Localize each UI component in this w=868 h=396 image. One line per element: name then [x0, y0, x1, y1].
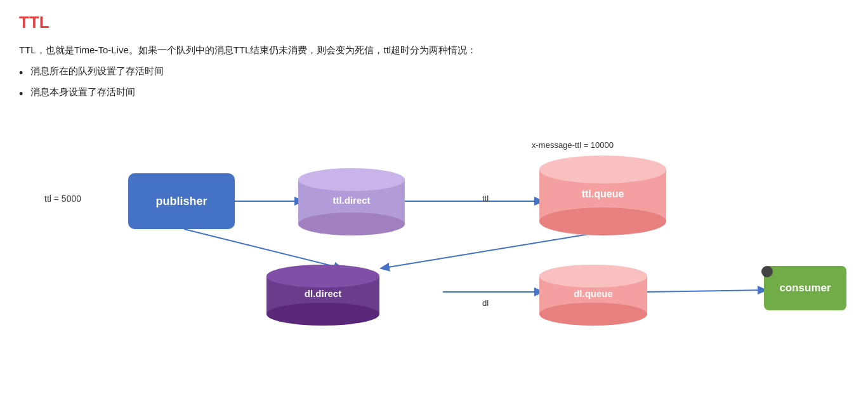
ttl-queue-cylinder: ttl.queue	[539, 154, 666, 237]
svg-point-12	[539, 155, 666, 183]
bullet-item-2: 消息本身设置了存活时间	[19, 86, 849, 102]
svg-text:ttl.queue: ttl.queue	[582, 188, 624, 199]
consumer-node: consumer	[764, 266, 846, 310]
svg-point-16	[266, 265, 379, 287]
svg-text:dl.direct: dl.direct	[305, 288, 341, 299]
bullet-list: 消息所在的队列设置了存活时间 消息本身设置了存活时间	[19, 65, 849, 102]
diagram-area: ttl = 5000 publisher ttl.direct ttl.queu…	[19, 117, 849, 333]
svg-point-21	[539, 303, 647, 326]
svg-point-9	[298, 213, 405, 235]
label-arrow-ttl: ttl	[482, 194, 489, 203]
ttl-direct-cylinder: ttl.direct	[298, 167, 405, 237]
description-text: TTL，也就是Time-To-Live。如果一个队列中的消息TTL结束仍未消费，…	[19, 43, 849, 58]
publisher-label: publisher	[155, 195, 207, 208]
svg-text:dl.queue: dl.queue	[574, 288, 613, 299]
bullet-item-1: 消息所在的队列设置了存活时间	[19, 65, 849, 81]
svg-line-5	[646, 290, 766, 292]
label-xmessage: x-message-ttl = 10000	[532, 140, 614, 150]
svg-point-8	[298, 168, 405, 191]
svg-point-17	[266, 303, 379, 326]
svg-text:ttl.direct: ttl.direct	[332, 195, 370, 206]
dl-queue-cylinder: dl.queue	[539, 263, 647, 327]
consumer-label: consumer	[779, 282, 831, 294]
label-arrow-dl: dl	[482, 298, 489, 308]
publisher-node: publisher	[128, 173, 235, 229]
svg-point-20	[539, 265, 647, 287]
label-ttl: ttl = 5000	[44, 194, 81, 204]
page-title: TTL	[19, 13, 849, 32]
svg-point-13	[539, 208, 666, 235]
dl-direct-cylinder: dl.direct	[266, 263, 379, 327]
